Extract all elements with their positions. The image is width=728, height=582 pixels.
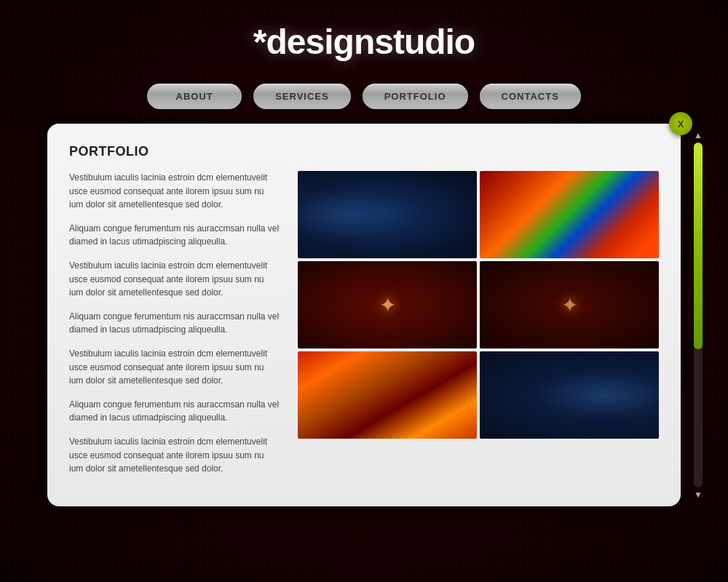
image-grid [298,171,659,486]
portfolio-image-1[interactable] [298,171,477,258]
header: *designstudio [0,0,728,76]
paragraph-7: Vestibulum iaculis lacinia estroin dcm e… [69,435,280,476]
paragraph-2: Aliquam congue ferumentum nis auraccmsan… [69,222,280,249]
nav-portfolio[interactable]: PORTFOLIO [363,84,468,109]
paragraph-6: Aliquam congue ferumentum nis auraccmsan… [69,398,280,425]
portfolio-image-4[interactable] [480,261,659,348]
paragraph-3: Vestibulum iaculis lacinia estroin dcm e… [69,259,280,300]
portfolio-image-6[interactable] [480,351,659,439]
paragraph-4: Aliquam congue ferumentum nis auraccmsan… [69,310,280,337]
navigation: ABOUT SERVICES PORTFOLIO CONTACTS [0,84,728,109]
paragraph-5: Vestibulum iaculis lacinia estroin dcm e… [69,347,280,388]
scroll-down-button[interactable]: ▼ [694,490,703,499]
portfolio-image-5[interactable] [298,351,477,439]
close-button[interactable]: X [669,112,692,135]
text-column: Vestibulum iaculis lacinia estroin dcm e… [69,171,280,486]
panel-body: Vestibulum iaculis lacinia estroin dcm e… [69,171,659,486]
scroll-up-button[interactable]: ▲ [694,131,703,140]
nav-services[interactable]: SERVICES [253,84,351,109]
scrollbar-thumb[interactable] [694,143,703,349]
panel-wrapper: X PORTFOLIO Vestibulum iaculis lacinia e… [0,124,728,506]
portfolio-image-3[interactable] [298,261,477,348]
scrollbar-track [694,143,703,487]
site-title: *designstudio [0,22,728,62]
nav-contacts[interactable]: CONTACTS [480,84,581,109]
panel-title: PORTFOLIO [69,144,659,159]
scrollbar: ▲ ▼ [689,131,707,499]
portfolio-image-2[interactable] [480,171,659,258]
nav-about[interactable]: ABOUT [147,84,242,109]
paragraph-1: Vestibulum iaculis lacinia estroin dcm e… [69,171,280,212]
content-panel: X PORTFOLIO Vestibulum iaculis lacinia e… [47,124,681,506]
